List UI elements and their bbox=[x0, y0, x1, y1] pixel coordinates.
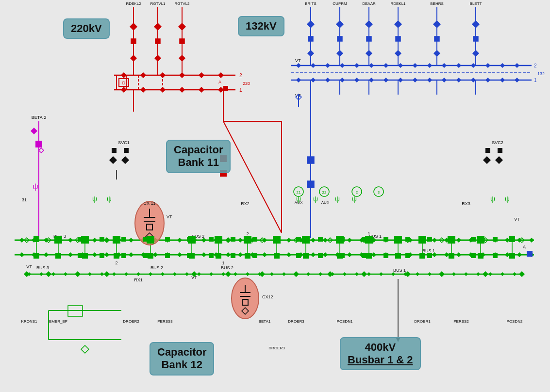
cap-bank-12-line1: Capacitor bbox=[157, 346, 206, 358]
voltage-220kv-text: 220kV bbox=[71, 22, 102, 34]
voltage-132kv-label: 132kV bbox=[238, 16, 284, 36]
capacitor-bank-12-label: Capacitor Bank 12 bbox=[150, 342, 214, 376]
voltage-132kv-text: 132kV bbox=[246, 20, 277, 32]
cap-bank-12-line2: Bank 12 bbox=[162, 359, 202, 371]
voltage-400kv-label: 400kV Busbar 1 & 2 bbox=[340, 337, 421, 370]
voltage-400kv-text: 400kV bbox=[365, 341, 396, 353]
diagram-container bbox=[0, 0, 550, 392]
cap-bank-11-line2: Bank 11 bbox=[178, 156, 219, 168]
busbar-label: Busbar 1 & 2 bbox=[348, 354, 413, 366]
cap-bank-11-line1: Capacitor bbox=[174, 144, 223, 156]
capacitor-bank-11-label: Capacitor Bank 11 bbox=[166, 140, 231, 173]
voltage-220kv-label: 220kV bbox=[63, 18, 110, 39]
